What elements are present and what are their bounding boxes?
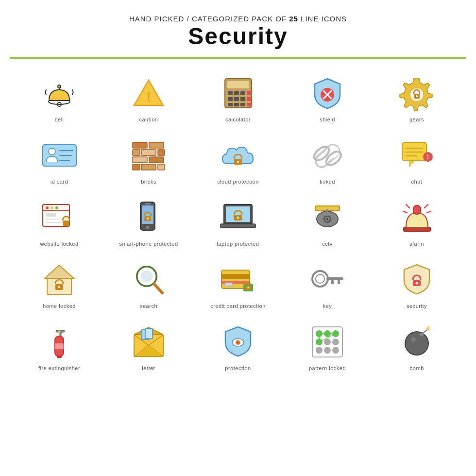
- bomb-icon: [395, 323, 439, 361]
- search-label: search: [140, 303, 157, 309]
- svg-rect-7: [227, 81, 249, 88]
- svg-rect-13: [240, 97, 245, 101]
- security-icon: [395, 260, 439, 299]
- header-subtitle: HAND PICKED / CATEGORIZED PACK OF 25 LIN…: [129, 15, 347, 23]
- svg-rect-61: [46, 213, 56, 217]
- svg-rect-113: [55, 343, 64, 349]
- svg-point-42: [237, 161, 239, 163]
- icon-grid: bell ! caution: [15, 69, 461, 375]
- icon-cell-bomb: bomb: [372, 318, 461, 375]
- linked-label: linked: [320, 179, 335, 185]
- pattern-locked-label: pattern locked: [309, 365, 346, 371]
- svg-rect-81: [326, 209, 328, 216]
- svg-point-102: [247, 287, 249, 288]
- icon-cell-credit-card-protection: credit card protection: [193, 255, 283, 313]
- key-icon: [306, 260, 349, 299]
- letter-icon: [127, 323, 170, 361]
- svg-line-85: [425, 204, 428, 208]
- alarm-label: alarm: [409, 241, 424, 247]
- svg-point-70: [147, 218, 149, 220]
- icon-cell-letter: letter: [104, 318, 193, 375]
- svg-point-135: [324, 347, 331, 354]
- chat-icon: !: [395, 136, 439, 175]
- protection-label: protection: [225, 365, 251, 371]
- search-icon: [127, 260, 170, 299]
- bell-icon: [37, 74, 81, 113]
- gears-icon: [395, 74, 439, 113]
- svg-rect-16: [240, 103, 245, 106]
- alarm-icon: [395, 198, 439, 237]
- svg-rect-40: [158, 164, 165, 170]
- svg-rect-32: [149, 142, 164, 148]
- svg-rect-73: [221, 224, 255, 228]
- svg-rect-115: [57, 356, 62, 358]
- chat-label: chat: [411, 179, 423, 185]
- letter-label: letter: [142, 365, 155, 371]
- id-card-label: id card: [51, 179, 68, 185]
- security-label: security: [407, 303, 427, 309]
- icon-cell-smartphone-protected: smart-phone protected: [104, 193, 193, 251]
- svg-line-84: [406, 204, 409, 208]
- icon-cell-security: security: [372, 255, 461, 313]
- svg-point-109: [415, 282, 418, 285]
- svg-point-145: [405, 332, 428, 355]
- svg-rect-97: [221, 274, 250, 279]
- cctv-icon: [306, 198, 349, 237]
- svg-rect-36: [133, 157, 147, 163]
- icon-cell-search: search: [104, 255, 193, 313]
- svg-rect-68: [145, 203, 151, 204]
- bricks-label: bricks: [141, 179, 156, 185]
- credit-card-protection-label: credit card protection: [210, 303, 266, 309]
- svg-marker-50: [409, 161, 414, 167]
- icon-cell-home-locked: home locked: [15, 255, 104, 313]
- svg-point-91: [58, 286, 60, 288]
- svg-rect-34: [141, 150, 156, 155]
- svg-line-86: [403, 211, 407, 213]
- bomb-label: bomb: [409, 365, 424, 371]
- svg-point-95: [141, 271, 153, 282]
- header: HAND PICKED / CATEGORIZED PACK OF 25 LIN…: [129, 15, 347, 50]
- svg-rect-11: [228, 97, 233, 101]
- svg-rect-119: [145, 329, 153, 339]
- svg-point-75: [237, 217, 239, 219]
- id-card-icon: [37, 136, 81, 175]
- svg-point-126: [238, 341, 239, 342]
- gears-label: gears: [409, 117, 424, 122]
- svg-rect-147: [420, 333, 424, 336]
- linked-icon: [306, 136, 349, 175]
- svg-rect-82: [404, 227, 430, 231]
- shield-label: shield: [320, 117, 335, 122]
- svg-point-25: [416, 95, 418, 97]
- svg-rect-66: [142, 205, 153, 224]
- icon-cell-caution: ! caution: [104, 69, 193, 126]
- svg-line-142: [427, 326, 429, 327]
- icon-cell-linked: linked: [283, 131, 372, 188]
- icon-cell-fire-extinguisher: fire extinguisher: [15, 318, 104, 375]
- svg-rect-107: [338, 280, 340, 284]
- svg-rect-15: [234, 103, 239, 106]
- svg-rect-83: [413, 205, 421, 214]
- svg-rect-39: [141, 164, 156, 170]
- svg-rect-105: [326, 277, 343, 280]
- icon-cell-chat: ! chat: [372, 131, 461, 188]
- svg-point-80: [326, 218, 328, 220]
- svg-rect-38: [133, 164, 140, 170]
- icon-cell-bricks: bricks: [104, 131, 193, 188]
- caution-icon: !: [127, 74, 170, 113]
- svg-point-59: [51, 206, 53, 209]
- icon-cell-alarm: alarm: [372, 193, 461, 251]
- icon-cell-gears: gears: [372, 69, 461, 126]
- icon-cell-bell: bell: [15, 69, 104, 126]
- svg-rect-106: [331, 280, 334, 284]
- svg-rect-99: [225, 283, 233, 287]
- svg-point-3: [58, 85, 61, 88]
- svg-rect-37: [149, 157, 164, 163]
- shield-icon: [306, 74, 349, 113]
- svg-point-136: [332, 347, 339, 354]
- website-locked-label: website locked: [40, 241, 78, 247]
- website-locked-icon: [37, 198, 81, 237]
- cloud-protection-icon: [216, 136, 260, 175]
- svg-point-27: [49, 148, 55, 155]
- svg-point-104: [316, 274, 324, 283]
- pattern-locked-icon: [306, 323, 349, 361]
